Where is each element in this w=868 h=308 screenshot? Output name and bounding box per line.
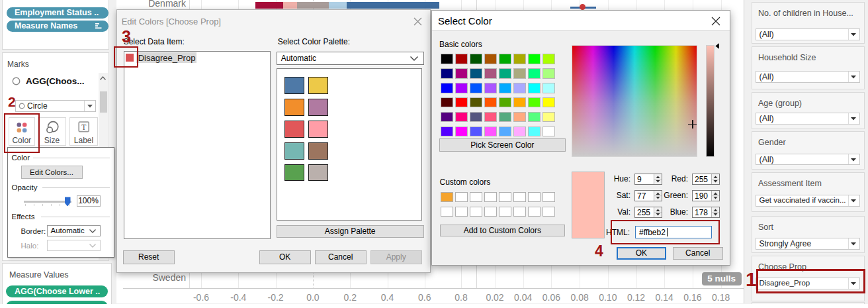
svg-text:T: T xyxy=(81,123,86,131)
